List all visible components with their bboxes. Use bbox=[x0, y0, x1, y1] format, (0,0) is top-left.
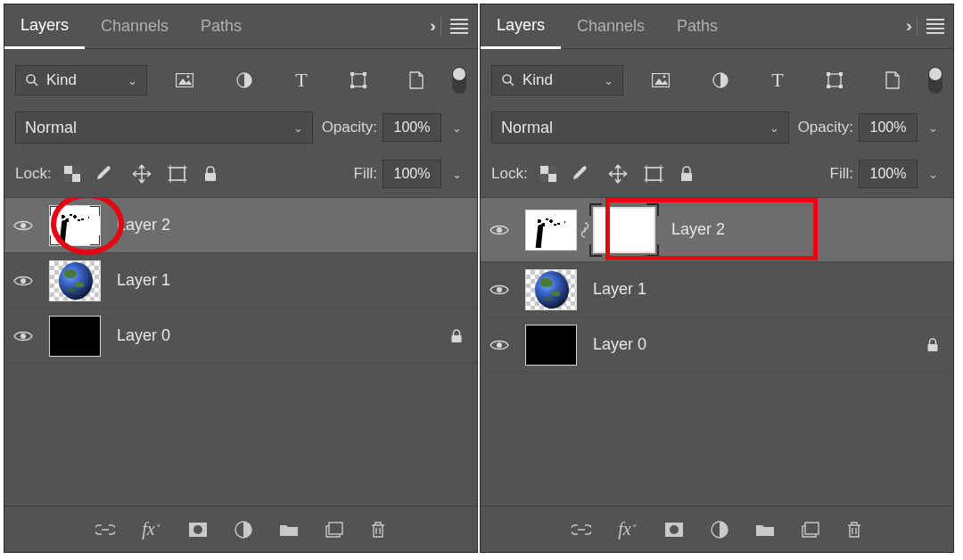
opacity-value-input[interactable]: 100% bbox=[859, 113, 918, 142]
adjustment-layer-filter-icon[interactable] bbox=[712, 72, 728, 88]
svg-rect-35 bbox=[828, 74, 841, 86]
shape-layer-filter-icon[interactable] bbox=[350, 72, 366, 88]
tab-layers[interactable]: Layers bbox=[4, 4, 85, 49]
svg-rect-20 bbox=[205, 173, 216, 181]
layer-thumbnail[interactable] bbox=[525, 325, 577, 366]
lock-pixels-icon[interactable] bbox=[572, 165, 592, 183]
layer-thumbnail[interactable] bbox=[49, 316, 101, 357]
link-layers-icon[interactable] bbox=[572, 523, 591, 536]
delete-layer-icon[interactable] bbox=[370, 521, 386, 539]
lock-artboard-icon[interactable] bbox=[644, 165, 663, 183]
visibility-eye-icon[interactable] bbox=[490, 339, 514, 351]
svg-rect-12 bbox=[72, 174, 80, 182]
lock-transparency-icon[interactable] bbox=[540, 166, 556, 182]
lock-artboard-icon[interactable] bbox=[168, 165, 187, 183]
opacity-flyout-chevron-icon[interactable]: ⌄ bbox=[447, 121, 466, 135]
visibility-eye-icon[interactable] bbox=[13, 219, 38, 232]
tab-channels[interactable]: Channels bbox=[85, 4, 185, 48]
visibility-eye-icon[interactable] bbox=[490, 284, 514, 296]
layer-lock-icon[interactable] bbox=[926, 338, 939, 352]
layer-list: Layer 2 Layer 1 bbox=[4, 198, 477, 506]
tab-layers[interactable]: Layers bbox=[481, 4, 561, 49]
collapse-panel-icon[interactable]: ›› bbox=[430, 17, 432, 36]
svg-rect-57 bbox=[805, 523, 819, 534]
lock-pixels-icon[interactable] bbox=[96, 165, 116, 183]
layer-row[interactable]: Layer 0 bbox=[481, 317, 953, 373]
tab-paths[interactable]: Paths bbox=[661, 4, 734, 48]
lock-all-icon[interactable] bbox=[679, 166, 694, 182]
svg-rect-14 bbox=[64, 174, 72, 182]
collapse-panel-icon[interactable]: ›› bbox=[906, 17, 908, 36]
flyout-menu-icon[interactable] bbox=[450, 19, 468, 34]
layer-lock-icon[interactable] bbox=[450, 329, 463, 343]
layer-thumbnail[interactable] bbox=[49, 260, 101, 301]
visibility-eye-icon[interactable] bbox=[13, 330, 38, 342]
layer-row[interactable]: Layer 2 bbox=[4, 198, 477, 253]
layer-name[interactable]: Layer 0 bbox=[593, 335, 646, 354]
filter-kind-dropdown[interactable]: Kind ⌄ bbox=[15, 65, 147, 95]
new-group-icon[interactable] bbox=[279, 523, 299, 537]
svg-point-51 bbox=[497, 287, 502, 292]
layer-mask-thumbnail[interactable] bbox=[593, 207, 655, 253]
layer-name[interactable]: Layer 2 bbox=[671, 220, 725, 239]
pixel-layer-filter-icon[interactable] bbox=[652, 73, 670, 87]
delete-layer-icon[interactable] bbox=[846, 521, 862, 539]
blend-mode-dropdown[interactable]: Normal ⌄ bbox=[491, 111, 789, 144]
add-mask-icon[interactable] bbox=[664, 522, 684, 538]
new-layer-icon[interactable] bbox=[802, 522, 819, 538]
add-mask-icon[interactable] bbox=[188, 522, 208, 538]
lock-position-icon[interactable] bbox=[608, 164, 628, 184]
lock-transparency-icon[interactable] bbox=[64, 166, 80, 182]
layer-name[interactable]: Layer 0 bbox=[117, 326, 170, 345]
blend-mode-dropdown[interactable]: Normal ⌄ bbox=[15, 111, 313, 144]
flyout-menu-icon[interactable] bbox=[926, 19, 944, 34]
svg-point-55 bbox=[670, 525, 679, 534]
svg-point-52 bbox=[497, 342, 502, 348]
layer-name[interactable]: Layer 1 bbox=[593, 280, 646, 299]
layer-thumbnail[interactable] bbox=[49, 205, 101, 246]
smart-object-filter-icon[interactable] bbox=[409, 71, 424, 89]
layer-row[interactable]: Layer 1 bbox=[481, 262, 953, 317]
type-layer-filter-icon[interactable]: T bbox=[295, 69, 307, 92]
visibility-eye-icon[interactable] bbox=[490, 224, 514, 236]
layer-row[interactable]: Layer 1 bbox=[4, 253, 477, 309]
panel-tab-bar: Layers Channels Paths ›› bbox=[481, 4, 953, 49]
tab-channels[interactable]: Channels bbox=[561, 4, 661, 48]
blend-mode-value: Normal bbox=[501, 119, 553, 137]
link-layers-icon[interactable] bbox=[95, 523, 115, 536]
adjustment-layer-filter-icon[interactable] bbox=[236, 72, 252, 88]
tab-paths[interactable]: Paths bbox=[185, 4, 258, 48]
layer-effects-icon[interactable]: fx˅ bbox=[142, 519, 160, 539]
visibility-eye-icon[interactable] bbox=[13, 275, 38, 287]
new-adjustment-layer-icon[interactable] bbox=[711, 521, 728, 539]
opacity-flyout-chevron-icon[interactable]: ⌄ bbox=[923, 121, 942, 135]
lock-position-icon[interactable] bbox=[132, 164, 152, 184]
layer-thumbnail[interactable] bbox=[525, 269, 577, 310]
new-layer-icon[interactable] bbox=[325, 522, 343, 538]
layer-effects-icon[interactable]: fx˅ bbox=[618, 519, 637, 539]
filter-kind-dropdown[interactable]: Kind ⌄ bbox=[491, 65, 623, 95]
type-layer-filter-icon[interactable]: T bbox=[771, 69, 783, 92]
pixel-layer-filter-icon[interactable] bbox=[176, 73, 193, 87]
layer-row[interactable]: Layer 2 bbox=[481, 198, 953, 262]
lock-all-icon[interactable] bbox=[203, 166, 218, 182]
fill-value-input[interactable]: 100% bbox=[383, 160, 441, 188]
svg-rect-28 bbox=[329, 523, 342, 534]
new-group-icon[interactable] bbox=[755, 523, 775, 537]
layer-row[interactable]: Layer 0 bbox=[4, 309, 477, 364]
fill-value-input[interactable]: 100% bbox=[859, 160, 918, 188]
svg-point-29 bbox=[503, 75, 511, 83]
layer-name[interactable]: Layer 1 bbox=[117, 271, 170, 290]
filter-toggle-switch[interactable] bbox=[452, 67, 466, 94]
shape-layer-filter-icon[interactable] bbox=[827, 72, 843, 88]
fill-flyout-chevron-icon[interactable]: ⌄ bbox=[923, 168, 942, 181]
smart-object-filter-icon[interactable] bbox=[885, 71, 900, 89]
opacity-label: Opacity: bbox=[322, 119, 377, 136]
layer-thumbnail[interactable] bbox=[525, 210, 577, 251]
filter-toggle-switch[interactable] bbox=[928, 67, 942, 94]
fill-flyout-chevron-icon[interactable]: ⌄ bbox=[447, 168, 466, 181]
opacity-value-input[interactable]: 100% bbox=[383, 113, 441, 142]
layer-name[interactable]: Layer 2 bbox=[117, 216, 170, 235]
mask-link-icon[interactable] bbox=[580, 222, 589, 238]
new-adjustment-layer-icon[interactable] bbox=[235, 521, 252, 539]
